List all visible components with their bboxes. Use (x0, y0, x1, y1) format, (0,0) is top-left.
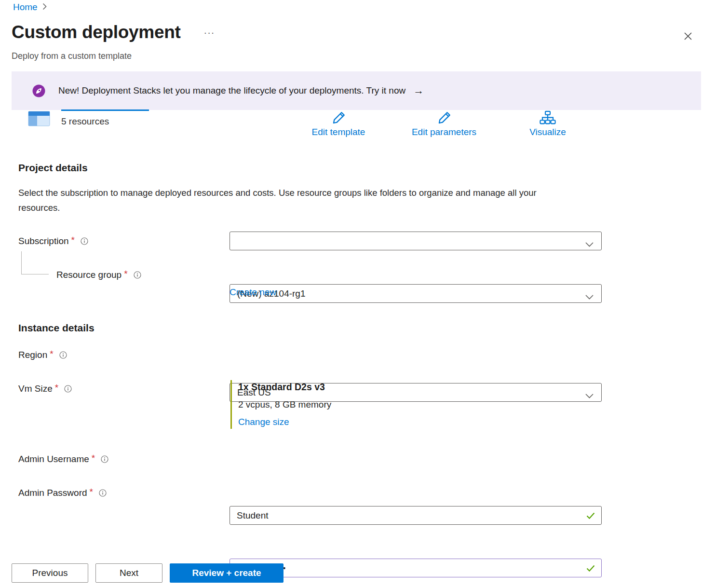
resource-count-label: 5 resources (61, 116, 109, 127)
edit-template-button[interactable]: Edit template (295, 109, 382, 137)
subscription-label: Subscription * (18, 236, 88, 246)
vm-size-title: 1x Standard D2s v3 (238, 382, 331, 393)
cropped-link-fragment (61, 109, 149, 111)
resource-group-label: Resource group * (56, 270, 141, 280)
admin-password-field-wrap (230, 559, 602, 577)
region-label: Region * (18, 350, 67, 360)
arrow-right-icon: → (413, 84, 424, 97)
banner-text: New! Deployment Stacks let you manage th… (58, 85, 405, 96)
vm-size-specs: 2 vcpus, 8 GB memory (238, 399, 331, 410)
admin-username-field-wrap (230, 506, 602, 525)
next-button[interactable]: Next (95, 563, 162, 583)
edit-parameters-label: Edit parameters (398, 127, 490, 137)
vm-size-label: Vm Size * (18, 383, 72, 394)
instance-details-heading: Instance details (18, 322, 94, 334)
required-marker: * (50, 349, 53, 359)
chevron-right-icon (42, 2, 47, 13)
project-details-description: Select the subscription to manage deploy… (18, 185, 575, 215)
required-marker: * (90, 487, 93, 497)
org-chart-icon (516, 109, 580, 126)
admin-username-label: Admin Username * (18, 454, 108, 465)
edit-template-label: Edit template (295, 127, 382, 137)
chevron-down-icon (585, 390, 594, 401)
required-marker: * (55, 383, 58, 393)
admin-username-label-text: Admin Username (18, 454, 89, 465)
page-title: Custom deployment (12, 22, 181, 42)
info-icon[interactable] (134, 271, 141, 279)
chevron-down-icon (585, 239, 594, 249)
info-icon[interactable] (99, 489, 107, 497)
vm-size-summary: 1x Standard D2s v3 2 vcpus, 8 GB memory … (230, 380, 331, 429)
required-marker: * (71, 235, 75, 246)
subscription-label-text: Subscription (18, 236, 69, 246)
edit-parameters-button[interactable]: Edit parameters (398, 109, 490, 137)
required-marker: * (92, 453, 95, 464)
valid-check-icon (586, 565, 595, 574)
resource-group-label-text: Resource group (56, 270, 122, 280)
create-new-link[interactable]: Create new (230, 287, 276, 298)
visualize-label: Visualize (516, 127, 580, 137)
visualize-button[interactable]: Visualize (516, 109, 580, 137)
resource-group-dropdown[interactable]: (New) az104-rg1 (230, 284, 602, 303)
title-row: Custom deployment ··· (12, 22, 215, 42)
region-label-text: Region (18, 350, 47, 360)
admin-password-label-text: Admin Password (18, 488, 87, 498)
review-create-button[interactable]: Review + create (170, 563, 284, 583)
page-subtitle: Deploy from a custom template (12, 51, 132, 61)
chevron-down-icon (585, 291, 594, 302)
project-details-heading: Project details (18, 162, 88, 174)
info-icon[interactable] (81, 237, 88, 245)
change-size-link[interactable]: Change size (238, 417, 289, 427)
required-marker: * (124, 269, 127, 279)
rocket-icon (32, 84, 45, 97)
breadcrumb-home-link[interactable]: Home (13, 2, 38, 13)
pencil-icon (295, 109, 382, 126)
admin-password-input[interactable] (230, 559, 602, 577)
close-icon[interactable] (681, 29, 695, 45)
valid-check-icon (586, 512, 595, 521)
custom-deployment-page: Home Custom deployment ··· Deploy from a… (0, 0, 702, 588)
pencil-icon (398, 109, 490, 126)
info-icon[interactable] (59, 351, 67, 359)
deployment-stacks-banner[interactable]: New! Deployment Stacks let you manage th… (12, 71, 701, 110)
admin-password-label: Admin Password * (18, 488, 107, 498)
info-icon[interactable] (64, 385, 72, 393)
subscription-dropdown[interactable] (230, 232, 602, 250)
template-icon (28, 109, 50, 130)
more-menu-button[interactable]: ··· (204, 27, 215, 38)
info-icon[interactable] (101, 455, 108, 463)
breadcrumb: Home (13, 2, 47, 13)
vm-size-label-text: Vm Size (18, 383, 53, 394)
previous-button[interactable]: Previous (12, 563, 88, 583)
admin-username-input[interactable] (230, 506, 602, 525)
field-connector-line (21, 251, 49, 274)
